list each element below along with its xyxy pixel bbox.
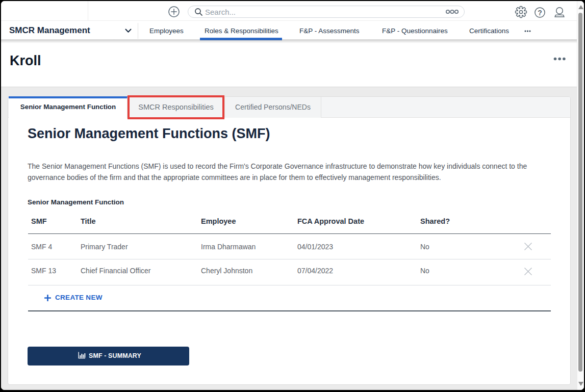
svg-text:?: ? [538, 9, 542, 17]
